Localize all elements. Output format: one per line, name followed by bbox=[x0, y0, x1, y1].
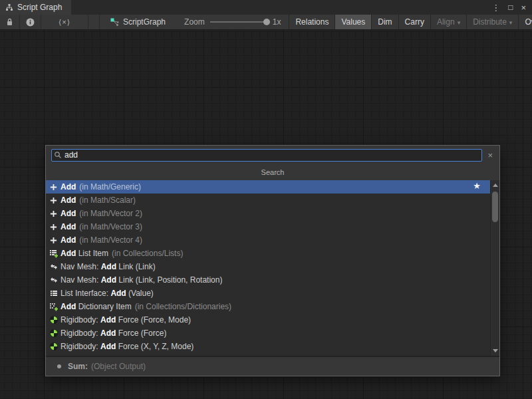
toolbar-button-distribute[interactable]: Distribute▾ bbox=[466, 15, 518, 29]
list-item-category: (in Math/Vector 3) bbox=[79, 222, 142, 231]
search-bar: × bbox=[46, 146, 499, 164]
window-menu-icon[interactable]: ⋮ bbox=[491, 3, 500, 12]
tab-script-graph[interactable]: Script Graph bbox=[0, 0, 71, 15]
plus-icon bbox=[49, 183, 58, 192]
rigidbody-icon bbox=[49, 329, 58, 338]
list-item[interactable]: Add Dictionary Item(in Collections/Dicti… bbox=[46, 300, 490, 313]
finder-header-label: Search bbox=[261, 168, 285, 176]
list-item[interactable]: Add(in Math/Vector 3) bbox=[46, 220, 490, 233]
list-item-label: Add Dictionary Item(in Collections/Dicti… bbox=[61, 302, 231, 311]
chevron-down-icon: ▾ bbox=[509, 19, 513, 26]
toolbar-button-label: Distribute bbox=[473, 17, 507, 27]
graph-toolbar: ⟨×⟩ ScriptGraph Zoom 1x RelationsValuesD… bbox=[0, 15, 532, 30]
list-item-category: (in Collections/Lists) bbox=[112, 249, 183, 258]
toolbar-button-label: Dim bbox=[378, 17, 392, 27]
zoom-slider[interactable] bbox=[210, 21, 267, 23]
graph-canvas[interactable]: × Search Add(in Math/Generic)★Add(in Mat… bbox=[0, 30, 532, 399]
zoom-label: Zoom bbox=[184, 17, 205, 27]
navmesh-icon bbox=[49, 263, 58, 271]
zoom-value: 1x bbox=[273, 17, 281, 27]
list-item[interactable]: Add(in Math/Vector 4) bbox=[46, 233, 490, 247]
lock-icon bbox=[6, 18, 13, 26]
list-add-icon bbox=[49, 249, 58, 258]
toolbar-button-relations[interactable]: Relations bbox=[289, 15, 334, 29]
result-list: Add(in Math/Generic)★Add(in Math/Scalar)… bbox=[46, 180, 499, 356]
toolbar-button-label: Values bbox=[341, 17, 365, 27]
list-item-label: Add(in Math/Scalar) bbox=[61, 196, 136, 205]
finder-footer: Sum: (Object Output) bbox=[46, 356, 499, 376]
star-icon[interactable]: ★ bbox=[473, 181, 481, 191]
toolbar-button-label: Carry bbox=[405, 17, 424, 27]
plus-icon bbox=[49, 223, 58, 231]
plus-icon bbox=[49, 236, 58, 245]
rigidbody-icon bbox=[49, 316, 58, 325]
search-input[interactable] bbox=[51, 149, 482, 162]
finder-header: Search bbox=[46, 164, 499, 180]
search-icon bbox=[54, 151, 62, 159]
zoom-slider-handle[interactable] bbox=[263, 19, 270, 25]
footer-port-type: (Object Output) bbox=[91, 362, 146, 371]
scroll-down-arrow-icon[interactable] bbox=[491, 346, 499, 355]
clear-search-icon[interactable]: × bbox=[486, 151, 494, 160]
list-item-category: (in Math/Generic) bbox=[79, 182, 141, 192]
list-item-label: List Interface: Add (Value) bbox=[61, 289, 154, 298]
list-item[interactable]: Rigidbody: Add Force (X, Y, Z, Mode) bbox=[46, 340, 490, 353]
list-item[interactable]: Add(in Math/Generic)★ bbox=[46, 180, 490, 194]
fuzzy-finder-window: × Search Add(in Math/Generic)★Add(in Mat… bbox=[45, 145, 500, 376]
info-icon bbox=[26, 18, 35, 27]
lock-button[interactable] bbox=[0, 15, 20, 29]
list-item-label: Rigidbody: Add Force (Force, Mode) bbox=[61, 315, 191, 325]
footer-port-name: Sum: bbox=[68, 362, 88, 371]
list-item-label: Add List Item(in Collections/Lists) bbox=[61, 249, 183, 258]
list-item[interactable]: Rigidbody: Add Force (Force) bbox=[46, 327, 490, 340]
list-item-label: Rigidbody: Add Force (Force) bbox=[61, 329, 166, 338]
toolbar-button-carry[interactable]: Carry bbox=[398, 15, 430, 29]
maximize-icon[interactable]: □ bbox=[508, 3, 513, 11]
list-item-category: (in Math/Scalar) bbox=[79, 196, 136, 205]
search-box bbox=[51, 149, 482, 162]
list-item[interactable]: Add(in Math/Scalar) bbox=[46, 194, 490, 207]
dict-add-icon bbox=[49, 303, 58, 311]
bullet-icon bbox=[57, 364, 61, 368]
list-item-category: (in Math/Vector 4) bbox=[79, 235, 142, 245]
plus-icon bbox=[49, 196, 58, 205]
list-item[interactable]: List Interface: Add (Value) bbox=[46, 287, 490, 300]
toolbar-button-label: Align bbox=[437, 17, 455, 27]
info-button[interactable] bbox=[20, 15, 41, 29]
scrollbar-thumb[interactable] bbox=[492, 192, 498, 222]
list-item-label: Rigidbody: Add Force (X, Y, Z, Mode) bbox=[61, 342, 194, 351]
list-item[interactable]: Add List Item(in Collections/Lists) bbox=[46, 247, 490, 260]
toolbar-button-dim[interactable]: Dim bbox=[371, 15, 398, 29]
list-item-label: Add(in Math/Vector 4) bbox=[61, 235, 142, 245]
list-item-label: Add(in Math/Generic) bbox=[61, 182, 141, 192]
toolbar-button-label: Overview bbox=[525, 17, 532, 27]
list-item-category: (in Collections/Dictionaries) bbox=[135, 302, 231, 311]
list-item[interactable]: Rigidbody: Add Force (Force, Mode) bbox=[46, 313, 490, 327]
toolbar-button-overview[interactable]: Overview bbox=[518, 15, 532, 29]
scrollbar[interactable] bbox=[490, 180, 499, 356]
graph-hierarchy-icon bbox=[5, 3, 13, 11]
list-item[interactable]: Nav Mesh: Add Link (Link, Position, Rota… bbox=[46, 273, 490, 287]
list-item[interactable]: Nav Mesh: Add Link (Link) bbox=[46, 260, 490, 273]
toolbar-buttons: RelationsValuesDimCarryAlign▾Distribute▾… bbox=[289, 15, 532, 29]
window-titlebar: Script Graph ⋮ □ × bbox=[0, 0, 532, 15]
rigidbody-icon bbox=[49, 342, 58, 351]
list-item[interactable]: Add(in Math/Vector 2) bbox=[46, 207, 490, 220]
close-icon[interactable]: × bbox=[521, 3, 526, 12]
scriptgraph-label: ScriptGraph bbox=[123, 17, 166, 27]
code-icon: ⟨×⟩ bbox=[59, 18, 70, 27]
list-icon bbox=[49, 289, 58, 298]
result-rows: Add(in Math/Generic)★Add(in Math/Scalar)… bbox=[46, 180, 490, 353]
toolbar-button-label: Relations bbox=[295, 17, 329, 27]
chevron-down-icon: ▾ bbox=[458, 19, 461, 26]
toolbar-button-values[interactable]: Values bbox=[334, 15, 371, 29]
scriptgraph-icon bbox=[110, 18, 119, 27]
code-view-button[interactable]: ⟨×⟩ bbox=[41, 15, 88, 29]
graph-breadcrumb[interactable]: ScriptGraph bbox=[99, 15, 172, 29]
toolbar-button-align[interactable]: Align▾ bbox=[430, 15, 466, 29]
tab-label: Script Graph bbox=[17, 3, 62, 12]
list-item-label: Nav Mesh: Add Link (Link) bbox=[61, 262, 156, 271]
plus-icon bbox=[49, 209, 58, 218]
titlebar-spacer bbox=[71, 0, 491, 15]
scroll-up-arrow-icon[interactable] bbox=[491, 181, 499, 190]
